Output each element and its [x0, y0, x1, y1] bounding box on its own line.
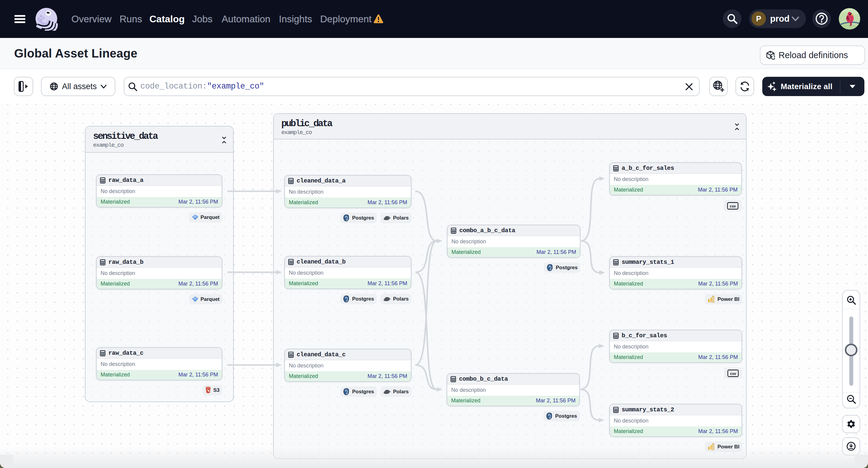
svg-text:csv: csv [730, 204, 736, 208]
svg-text:csv: csv [730, 371, 736, 376]
